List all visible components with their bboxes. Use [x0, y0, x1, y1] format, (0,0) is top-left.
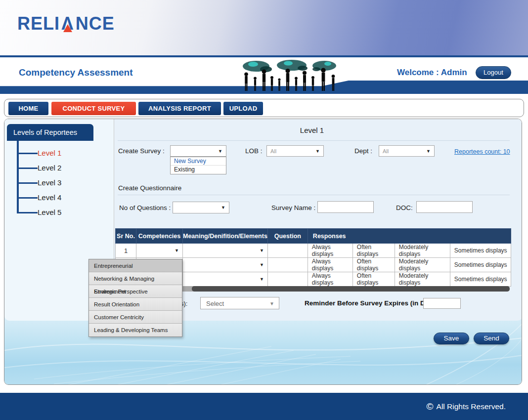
meaning-select[interactable]: ▼: [187, 272, 267, 286]
option-result-orientation[interactable]: Result Orientation: [89, 298, 182, 311]
response-cell[interactable]: Moderately displays: [395, 258, 450, 272]
copyright-icon: ©: [427, 401, 434, 412]
response-cell[interactable]: Sometimes displays: [450, 272, 511, 287]
dropdown-arrow-icon: ▼: [315, 149, 320, 154]
response-cell[interactable]: Moderately displays: [395, 272, 450, 287]
tree-connector: [18, 212, 38, 213]
tree-trunk-line: [17, 141, 19, 213]
lob-label: LOB :: [245, 147, 263, 155]
nav-tabbar: HOME CONDUCT SURVEY ANALYSIS REPORT UPLO…: [4, 99, 524, 117]
meaning-cell: ▼: [183, 258, 268, 272]
survey-name-label: Survey Name :: [271, 204, 315, 211]
tree-connector: [18, 153, 38, 154]
reliance-logo: RELI Λ NCE: [17, 15, 115, 33]
logo-triangle-icon: [63, 24, 72, 32]
response-cell[interactable]: Sometimes displays: [450, 244, 511, 258]
dropdown-arrow-icon: ▼: [260, 262, 264, 267]
logo-text-right: NCE: [76, 15, 115, 33]
response-cell[interactable]: Always displays: [308, 244, 352, 258]
top-banner: RELI Λ NCE: [0, 0, 528, 55]
col-competencies: Competencies: [136, 229, 183, 244]
option-entrepreneurial[interactable]: Entrepreneurial: [89, 259, 182, 272]
tab-analysis-report[interactable]: ANALYSIS REPORT: [138, 102, 221, 115]
dropdown-arrow-icon: ▼: [175, 248, 179, 253]
option-customer-centricity[interactable]: Customer Centricity: [89, 311, 182, 324]
col-meaning: Meaning/Denifition/Elements: [183, 229, 268, 244]
table-header-row: Sr No. Competencies Meaning/Denifition/E…: [116, 229, 511, 244]
dept-label: Dept :: [354, 147, 372, 155]
tab-upload[interactable]: UPLOAD: [223, 102, 263, 115]
meaning-select[interactable]: ▼: [187, 244, 267, 257]
response-cell[interactable]: Often displays: [352, 244, 395, 258]
option-leading-developing-teams[interactable]: Leading & Developing Teams: [89, 324, 182, 336]
competency-assessment-page: RELI Λ NCE Competency Assessment Welcome…: [0, 0, 528, 420]
save-button[interactable]: Save: [434, 333, 469, 344]
dropdown-arrow-icon: ▼: [260, 277, 264, 282]
response-cell[interactable]: Moderately displays: [395, 244, 450, 258]
option-strategic-perspective[interactable]: Strategic Perspective: [89, 285, 182, 298]
level-heading: Level 1: [114, 126, 510, 134]
question-cell[interactable]: [267, 244, 308, 258]
col-responses: Responses: [308, 229, 511, 244]
sidebar-item-level-4[interactable]: Level 4: [38, 193, 61, 202]
tree-connector: [18, 168, 38, 169]
dropdown-arrow-icon: ▼: [221, 205, 225, 210]
logo-a-mark: Λ: [60, 15, 76, 33]
option-new-survey[interactable]: New Survey: [171, 157, 226, 166]
sidebar-item-level-3[interactable]: Level 3: [38, 178, 61, 187]
competency-options-popup: Entrepreneurial Networking & Managing En…: [88, 259, 182, 337]
tab-conduct-survey[interactable]: CONDUCT SURVEY: [51, 102, 136, 115]
no-of-questions-label: No of Questions :: [119, 204, 171, 211]
question-cell[interactable]: [267, 272, 308, 287]
option-existing[interactable]: Existing: [171, 166, 226, 174]
dept-value: All: [383, 148, 389, 154]
question-cell[interactable]: [267, 258, 308, 272]
table-row: 1 ▼ ▼ Always displays Often displays Mod…: [116, 244, 511, 258]
sidebar-item-level-5[interactable]: Level 5: [38, 208, 61, 217]
col-question: Question: [267, 229, 308, 244]
copyright-text: ©All Rights Reserved.: [427, 393, 506, 420]
meaning-cell: ▼: [183, 244, 268, 258]
logo-text-left: RELI: [17, 15, 60, 33]
lob-value: All: [270, 148, 276, 154]
reminder-days-input[interactable]: [423, 298, 461, 309]
competency-cell: ▼: [136, 244, 183, 258]
divider: [118, 140, 510, 141]
response-cell[interactable]: Often displays: [352, 258, 395, 272]
lob-select[interactable]: All ▼: [266, 145, 324, 157]
create-survey-options-popup: New Survey Existing: [170, 157, 226, 174]
response-cell[interactable]: Always displays: [308, 272, 352, 287]
response-cell[interactable]: Often displays: [352, 272, 395, 287]
bottom-decorative-zone: RELI Λ NCE: [4, 316, 522, 385]
tab-home[interactable]: HOME: [8, 102, 48, 115]
option-networking-managing-environment[interactable]: Networking & Managing Environment: [89, 272, 182, 285]
send-button[interactable]: Send: [474, 333, 509, 344]
reportees-count-link[interactable]: Reportees count: 10: [454, 148, 510, 155]
meaning-cell: ▼: [183, 272, 268, 287]
dropdown-arrow-icon: ▼: [260, 248, 264, 253]
doc-input[interactable]: [416, 201, 473, 213]
dropdown-arrow-icon: ▼: [426, 149, 431, 154]
validity-select-value: Select: [206, 299, 224, 307]
meaning-select[interactable]: ▼: [187, 258, 267, 272]
response-cell[interactable]: Always displays: [308, 258, 352, 272]
sidebar-title: Levels of Reportees: [7, 124, 93, 141]
welcome-text: Welcome : Admin: [397, 68, 467, 78]
dept-select[interactable]: All ▼: [379, 145, 435, 157]
world-people-image: [240, 58, 340, 92]
sidebar-item-level-1[interactable]: Level 1: [38, 149, 61, 158]
response-cell[interactable]: Sometimes displays: [450, 258, 511, 272]
sr-no-cell: 1: [116, 244, 136, 258]
scrollbar-thumb[interactable]: [192, 286, 510, 292]
survey-name-input[interactable]: [317, 201, 374, 213]
dropdown-arrow-icon: ▼: [269, 300, 274, 306]
create-questionnaire-heading: Create Questionnaire: [118, 184, 181, 192]
logout-button[interactable]: Logout: [476, 66, 511, 79]
create-survey-select[interactable]: ▼: [170, 145, 226, 157]
no-of-questions-select[interactable]: ▼: [173, 202, 229, 213]
dropdown-arrow-icon: ▼: [218, 149, 222, 154]
reminder-label: Reminder Before Survey Expires (in Days)…: [305, 299, 440, 307]
sidebar-item-level-2[interactable]: Level 2: [38, 164, 61, 172]
validity-select[interactable]: Select ▼: [200, 297, 279, 309]
competency-select[interactable]: ▼: [140, 244, 182, 257]
